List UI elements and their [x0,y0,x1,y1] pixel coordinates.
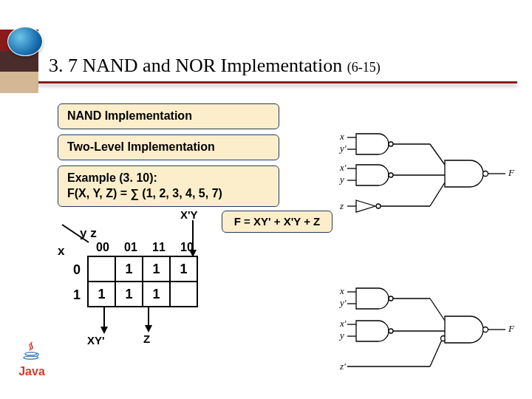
c2-in-xp: x' [339,318,347,329]
globe-icon [7,27,43,56]
kmap-cell: 1 [88,282,115,307]
title-sub: (6-15) [347,60,381,75]
c1-in-yp: y' [338,143,347,154]
c2-in-yp: y' [338,297,347,308]
kmap-cell [170,282,197,307]
kmap-label-xyp: XY' [87,334,105,347]
kmap-cell: 1 [115,256,143,282]
kmap-row-headers: 0 1 [68,257,86,307]
arrow-down-icon [143,307,154,332]
svg-line-26 [430,299,445,321]
title-main: NAND and NOR Implementation [83,55,343,76]
svg-line-11 [430,144,445,165]
section-number: 3. 7 [49,55,78,76]
java-logo: Java [13,338,50,390]
svg-point-22 [389,296,393,301]
arrow-down-icon [99,307,109,334]
kmap-cell: 1 [115,282,143,307]
svg-point-12 [389,173,393,177]
box-example: Example (3. 10): F(X, Y, Z) = ∑ (1, 2, 3… [58,166,279,207]
kmap-diagonal [62,225,89,244]
kmap-grid: 1 1 1 1 1 1 [87,256,198,307]
kmap-cell: 1 [170,256,197,282]
box-f-equation: F = XY' + X'Y + Z [222,211,332,233]
c2-in-x: x [339,285,344,296]
kmap-row-1: 1 [68,282,86,307]
circuit-diagram-1: x y' x' y z F [334,129,517,216]
c1-in-y: y [338,174,344,185]
svg-point-16 [376,204,381,208]
svg-point-34 [483,327,488,332]
kmap-col-2: 11 [145,241,173,254]
java-logo-text: Java [13,365,50,378]
example-line2: F(X, Y, Z) = ∑ (1, 2, 3, 4, 5, 7) [67,186,270,202]
kmap-cell: 1 [143,282,170,307]
c1-in-x: x [339,131,344,142]
arrow-down-icon [188,220,198,257]
kmap-col-1: 01 [117,241,145,254]
kmap-row-0: 0 [68,257,86,282]
svg-point-20 [483,171,488,177]
svg-line-0 [62,225,89,242]
c2-in-y: y [338,330,344,341]
c1-in-z: z [339,200,344,211]
kmap-col-0: 00 [89,241,117,254]
kmap-cell [88,256,115,282]
kmap-label-z: Z [143,332,150,345]
svg-point-37 [24,356,38,359]
c1-in-xp: x' [339,162,347,173]
svg-point-36 [25,352,37,355]
box-nand-impl: NAND Implementation [58,103,279,129]
svg-line-19 [430,183,445,206]
c1-out: F [508,167,515,178]
svg-marker-4 [100,327,108,334]
svg-marker-6 [145,325,152,332]
circuit-diagram-2: x y' x' y z' F [334,282,517,378]
example-line1: Example (3. 10): [67,171,270,186]
kmap-label-xpy: X'Y [180,208,198,221]
svg-point-7 [389,142,393,146]
kmap-col-headers: 00 01 11 10 [89,241,201,254]
box-two-level: Two-Level Implementation [58,134,279,160]
java-cup-icon [17,341,47,361]
c2-in-zp: z' [339,361,346,372]
svg-point-27 [389,329,393,333]
slide-title: 3. 7 NAND and NOR Implementation (6-15) [49,55,381,77]
svg-marker-2 [189,250,197,257]
title-underline [38,81,517,83]
c2-out: F [508,323,515,334]
kmap-var-left: x [58,244,64,259]
svg-line-32 [430,340,442,366]
kmap-cell: 1 [143,256,170,282]
